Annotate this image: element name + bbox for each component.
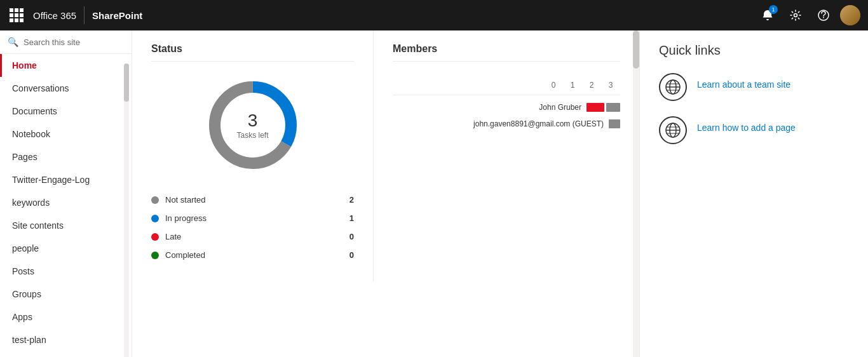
tasks-label: Tasks left (236, 131, 268, 140)
quick-links-panel: Quick links Learn about a team site Lea (639, 30, 868, 357)
globe-icon (659, 116, 687, 144)
quick-links-title: Quick links (659, 43, 849, 58)
waffle-button[interactable] (8, 6, 25, 24)
sidebar-scroll-thumb[interactable] (124, 64, 129, 102)
legend-count: 0 (349, 250, 354, 260)
layout: 🔍 Search this site HomeConversationsDocu… (0, 30, 868, 357)
topbar-divider (84, 6, 85, 24)
search-bar[interactable]: 🔍 Search this site (0, 30, 132, 54)
legend-label: Not started (165, 195, 343, 205)
legend-dot (151, 196, 159, 204)
sidebar-item-pages[interactable]: Pages (0, 145, 132, 168)
help-icon (817, 9, 830, 22)
panels-row: Status (132, 30, 639, 281)
sidebar-item-twitter-engage-log[interactable]: Twitter-Engage-Log (0, 168, 132, 191)
sidebar-item-apps[interactable]: Apps (0, 306, 132, 328)
member-row: john.gaven8891@gmail.com (GUEST) (393, 119, 620, 128)
sidebar-item-people[interactable]: people (0, 237, 132, 260)
donut-container: 3 Tasks left (151, 74, 354, 176)
help-button[interactable] (812, 4, 835, 27)
svg-point-0 (794, 14, 797, 17)
bar-segment (609, 119, 620, 128)
sidebar-item-conversations[interactable]: Conversations (0, 77, 132, 100)
nav-items: HomeConversationsDocumentsNotebookPagesT… (0, 54, 132, 357)
legend-dot (151, 252, 159, 259)
bar-area (587, 103, 620, 112)
members-panel-title: Members (393, 43, 620, 62)
member-name: John Gruber (393, 103, 581, 112)
legend-dot (151, 233, 159, 241)
sidebar-item-groups[interactable]: Groups (0, 283, 132, 306)
legend-label: Late (165, 232, 343, 241)
sidebar-item-home[interactable]: Home (0, 54, 132, 77)
notifications-button[interactable]: 1 (756, 4, 779, 27)
avatar-image (840, 5, 860, 25)
legend-label: In progress (165, 213, 343, 223)
sidebar-item-test-plan[interactable]: test-plan (0, 328, 132, 351)
legend-count: 2 (349, 195, 354, 205)
bar-area (609, 119, 620, 128)
bar-segment (606, 103, 620, 112)
x-axis-label: 0 (544, 81, 563, 90)
globe-icon (659, 73, 687, 101)
tasks-count: 3 (236, 111, 268, 131)
legend-count: 1 (349, 213, 354, 223)
legend-item: In progress 1 (151, 213, 354, 223)
search-text: Search this site (24, 37, 80, 47)
sidebar-item-documents[interactable]: Documents (0, 100, 132, 123)
sidebar-item-notebook[interactable]: Notebook (0, 123, 132, 145)
legend-item: Completed 0 (151, 250, 354, 260)
topbar-icons: 1 (756, 4, 860, 27)
sidebar-item-posts[interactable]: Posts (0, 260, 132, 283)
status-legend: Not started 2 In progress 1 Late 0 Compl… (151, 195, 354, 260)
center-scroll-thumb[interactable] (633, 30, 639, 69)
sidebar: 🔍 Search this site HomeConversationsDocu… (0, 30, 132, 357)
legend-count: 0 (349, 232, 354, 241)
quick-link-label[interactable]: Learn how to add a page (697, 116, 796, 133)
office365-label[interactable]: Office 365 (33, 10, 76, 21)
sharepoint-label[interactable]: SharePoint (92, 10, 142, 21)
topbar: Office 365 SharePoint 1 (0, 0, 868, 30)
sidebar-item-keywords[interactable]: keywords (0, 191, 132, 214)
legend-dot (151, 215, 159, 222)
main-content: Status (132, 30, 868, 357)
x-axis-label: 1 (563, 81, 582, 90)
quick-link-label[interactable]: Learn about a team site (697, 73, 790, 90)
members-chart: 0123John Gruberjohn.gaven8891@gmail.com … (393, 81, 620, 128)
members-panel: Members 0123John Gruberjohn.gaven8891@gm… (374, 30, 639, 281)
gear-icon (789, 9, 802, 22)
sidebar-scroll-track[interactable] (124, 64, 129, 357)
globe-svg (664, 121, 682, 139)
quick-link-item-0[interactable]: Learn about a team site (659, 73, 849, 101)
search-icon: 🔍 (8, 37, 18, 47)
legend-label: Completed (165, 250, 343, 260)
donut-chart: 3 Tasks left (202, 74, 304, 176)
status-panel-title: Status (151, 43, 354, 62)
donut-center: 3 Tasks left (236, 111, 268, 140)
quick-link-item-1[interactable]: Learn how to add a page (659, 116, 849, 144)
bar-segment (587, 103, 604, 112)
center-scroll-track[interactable] (633, 30, 639, 357)
globe-svg (664, 78, 682, 96)
sidebar-item-site-contents[interactable]: Site contents (0, 214, 132, 237)
settings-button[interactable] (784, 4, 807, 27)
member-name: john.gaven8891@gmail.com (GUEST) (393, 119, 604, 128)
waffle-icon (10, 8, 24, 22)
legend-item: Late 0 (151, 232, 354, 241)
x-axis-label: 2 (582, 81, 601, 90)
notification-badge: 1 (769, 5, 778, 14)
member-row: John Gruber (393, 103, 620, 112)
avatar[interactable] (840, 5, 860, 25)
x-axis-label: 3 (601, 81, 620, 90)
status-panel: Status (132, 30, 374, 281)
legend-item: Not started 2 (151, 195, 354, 205)
